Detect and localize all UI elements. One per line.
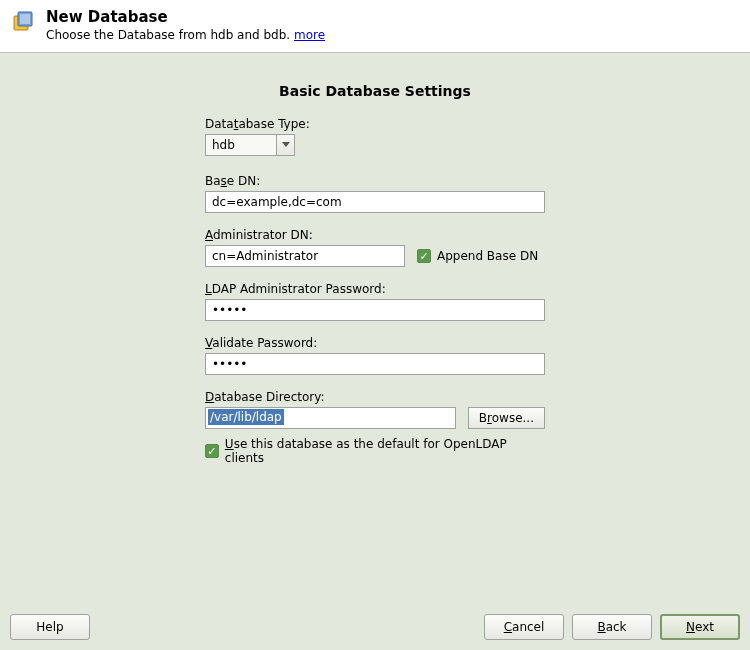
- db-type-row: Datatabase Type: hdb: [205, 117, 545, 159]
- content-area: Basic Database Settings Datatabase Type:…: [0, 53, 750, 480]
- db-directory-row: Database Directory: /var/lib/ldap Browse…: [205, 390, 545, 465]
- browse-button[interactable]: Browse...: [468, 407, 545, 429]
- section-title: Basic Database Settings: [279, 83, 471, 99]
- page-title: New Database: [46, 8, 738, 26]
- db-directory-input[interactable]: /var/lib/ldap: [205, 407, 456, 429]
- admin-dn-row: Administrator DN: ✓ Append Base DN: [205, 228, 545, 267]
- db-type-label: Datatabase Type:: [205, 117, 545, 131]
- svg-rect-2: [20, 14, 30, 24]
- base-dn-label: Base DN:: [205, 174, 545, 188]
- wizard-icon: [12, 10, 36, 34]
- admin-dn-input[interactable]: [205, 245, 405, 267]
- ldap-password-row: LDAP Administrator Password:: [205, 282, 545, 321]
- back-button[interactable]: Back: [572, 614, 652, 640]
- validate-password-input[interactable]: [205, 353, 545, 375]
- footer-right: Cancel Back Next: [484, 614, 740, 640]
- help-button[interactable]: Help: [10, 614, 90, 640]
- cancel-button[interactable]: Cancel: [484, 614, 564, 640]
- base-dn-row: Base DN:: [205, 174, 545, 213]
- footer-bar: Help Cancel Back Next: [0, 604, 750, 650]
- use-default-label: Use this database as the default for Ope…: [225, 437, 545, 465]
- header-bar: New Database Choose the Database from hd…: [0, 0, 750, 53]
- more-link[interactable]: more: [294, 28, 325, 42]
- page-subtitle: Choose the Database from hdb and bdb. mo…: [46, 28, 738, 42]
- header-text: New Database Choose the Database from hd…: [46, 8, 738, 42]
- next-button[interactable]: Next: [660, 614, 740, 640]
- chevron-down-icon: [276, 135, 294, 155]
- db-type-value: hdb: [212, 138, 235, 152]
- checkbox-icon: ✓: [205, 444, 219, 458]
- validate-password-label: Validate Password:: [205, 336, 545, 350]
- db-directory-label: Database Directory:: [205, 390, 545, 404]
- ldap-password-input[interactable]: [205, 299, 545, 321]
- ldap-password-label: LDAP Administrator Password:: [205, 282, 545, 296]
- use-default-checkbox[interactable]: ✓ Use this database as the default for O…: [205, 437, 545, 465]
- append-base-dn-checkbox[interactable]: ✓ Append Base DN: [417, 249, 538, 263]
- checkbox-icon: ✓: [417, 249, 431, 263]
- db-type-select[interactable]: hdb: [205, 134, 295, 156]
- append-base-dn-label: Append Base DN: [437, 249, 538, 263]
- validate-password-row: Validate Password:: [205, 336, 545, 375]
- base-dn-input[interactable]: [205, 191, 545, 213]
- form-area: Datatabase Type: hdb Base DN: Administra…: [205, 117, 545, 480]
- admin-dn-label: Administrator DN:: [205, 228, 545, 242]
